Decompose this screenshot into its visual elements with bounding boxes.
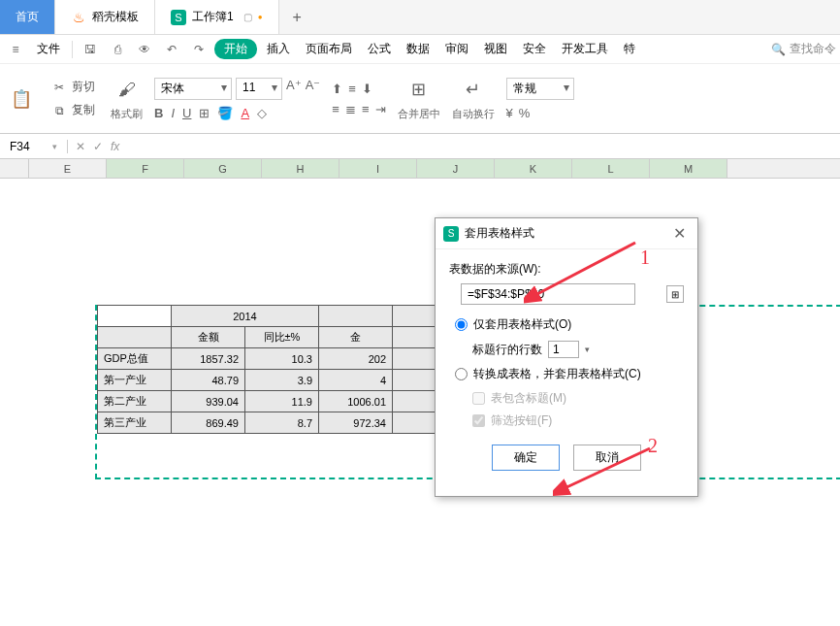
col-amt2: 金	[319, 327, 393, 348]
scissors-icon: ✂	[50, 79, 68, 96]
underline-button[interactable]: U	[182, 106, 191, 120]
menu-view[interactable]: 视图	[478, 41, 513, 57]
menu-security[interactable]: 安全	[517, 41, 552, 57]
table-style-dialog: S 套用表格样式 ✕ 表数据的来源(W): ⊞ 仅套用表格样式(O) 标题行的行…	[435, 217, 698, 497]
col-header[interactable]: H	[262, 159, 339, 178]
col-header[interactable]: G	[184, 159, 262, 178]
search-icon: 🔍	[771, 43, 786, 56]
cut-label: 剪切	[72, 79, 95, 95]
redo-icon[interactable]: ↷	[187, 38, 210, 61]
print-icon[interactable]: ⎙	[106, 38, 129, 61]
cell-reference-box[interactable]: F34	[0, 140, 68, 153]
menu-page-layout[interactable]: 页面布局	[300, 41, 358, 57]
include-header-row: 表包含标题(M)	[472, 390, 684, 407]
range-picker-icon[interactable]: ⊞	[666, 285, 684, 303]
save-icon[interactable]: 🖫	[79, 38, 102, 61]
tab-home[interactable]: 首页	[0, 0, 55, 34]
tab-indicator-icon: ▢	[243, 12, 252, 22]
menu-app-icon[interactable]: ≡	[4, 38, 27, 61]
ok-button[interactable]: 确定	[492, 445, 560, 471]
menu-dev-tools[interactable]: 开发工具	[556, 41, 614, 57]
title-rows-label: 标题行的行数	[472, 342, 542, 358]
tab-workbook-label: 工作簿1	[192, 9, 234, 25]
year-header: 2014	[172, 306, 319, 327]
menu-insert[interactable]: 插入	[261, 41, 296, 57]
close-icon[interactable]: ✕	[669, 224, 690, 243]
col-header[interactable]: L	[572, 159, 650, 178]
title-rows-input[interactable]	[548, 341, 579, 358]
chevron-down-icon[interactable]: ▾	[585, 345, 590, 354]
preview-icon[interactable]: 👁	[133, 38, 156, 61]
cancel-formula-icon[interactable]: ✕	[76, 140, 85, 153]
border-button[interactable]: ⊞	[199, 106, 210, 120]
tab-add-button[interactable]: +	[279, 9, 315, 26]
col-header[interactable]: F	[107, 159, 184, 178]
col-header[interactable]: J	[417, 159, 495, 178]
auto-wrap-group[interactable]: ↵ 自动换行	[452, 76, 495, 121]
col-header[interactable]: E	[29, 159, 107, 178]
menu-file[interactable]: 文件	[31, 41, 66, 57]
italic-button[interactable]: I	[171, 106, 175, 120]
col-header[interactable]: M	[650, 159, 727, 178]
fx-icon[interactable]: fx	[111, 140, 119, 153]
row-label: GDP总值	[98, 348, 172, 370]
fill-color-button[interactable]: 🪣	[217, 106, 233, 120]
divider	[72, 41, 73, 58]
increase-font-icon[interactable]: A⁺	[286, 78, 302, 100]
filter-button-checkbox	[472, 414, 485, 427]
toolbar: 📋 ✂ 剪切 ⧉ 复制 🖌 格式刷 宋体 11 A⁺ A⁻ B I U ⊞ 🪣 …	[0, 64, 840, 134]
option-convert-table[interactable]: 转换成表格，并套用表格样式(C)	[455, 366, 684, 382]
menu-formula[interactable]: 公式	[362, 41, 397, 57]
cut-button[interactable]: ✂ 剪切	[47, 77, 99, 98]
align-top-icon[interactable]: ⬆	[332, 82, 342, 96]
menu-start[interactable]: 开始	[214, 39, 257, 59]
align-center-icon[interactable]: ≣	[345, 102, 356, 116]
radio-convert-table[interactable]	[455, 368, 468, 380]
paste-icon[interactable]: 📋	[8, 85, 35, 113]
currency-icon[interactable]: ¥	[506, 106, 513, 120]
search-commands[interactable]: 🔍 查找命令	[771, 41, 836, 57]
align-bottom-icon[interactable]: ⬇	[362, 82, 372, 96]
search-label: 查找命令	[790, 41, 836, 57]
include-header-checkbox	[472, 392, 485, 405]
source-input[interactable]	[461, 283, 635, 305]
select-all-corner[interactable]	[0, 159, 29, 178]
cancel-button[interactable]: 取消	[573, 445, 641, 471]
source-label: 表数据的来源(W):	[449, 261, 684, 278]
font-name-select[interactable]: 宋体	[154, 78, 232, 100]
row-label: 第二产业	[98, 391, 172, 412]
filter-button-row: 筛选按钮(F)	[472, 412, 684, 429]
menu-special[interactable]: 特	[618, 41, 641, 57]
undo-icon[interactable]: ↶	[160, 38, 183, 61]
menu-data[interactable]: 数据	[401, 41, 436, 57]
copy-button[interactable]: ⧉ 复制	[47, 100, 99, 121]
watermark-text: 系统之家	[768, 587, 830, 608]
font-color-button[interactable]: A	[241, 106, 249, 120]
option-style-only[interactable]: 仅套用表格样式(O)	[455, 316, 684, 333]
align-right-icon[interactable]: ≡	[362, 102, 370, 116]
format-painter-label: 格式刷	[111, 107, 143, 121]
col-header[interactable]: I	[339, 159, 417, 178]
tab-template[interactable]: ♨ 稻壳模板	[55, 0, 155, 34]
radio-style-only[interactable]	[455, 318, 468, 331]
bold-button[interactable]: B	[154, 106, 163, 120]
align-left-icon[interactable]: ≡	[332, 102, 339, 116]
percent-icon[interactable]: %	[519, 106, 531, 120]
accept-formula-icon[interactable]: ✓	[93, 140, 103, 153]
reference-bar: F34 ✕ ✓ fx	[0, 134, 840, 159]
tab-bar: 首页 ♨ 稻壳模板 S 工作簿1 ▢ ● +	[0, 0, 840, 35]
font-size-select[interactable]: 11	[236, 78, 282, 100]
col-header[interactable]: K	[495, 159, 572, 178]
title-rows-row: 标题行的行数 ▾	[472, 341, 684, 358]
clear-format-button[interactable]: ◇	[257, 106, 267, 120]
format-painter-group[interactable]: 🖌 格式刷	[111, 76, 143, 121]
number-format-select[interactable]: 常规	[506, 78, 574, 100]
align-middle-icon[interactable]: ≡	[348, 82, 356, 96]
indent-icon[interactable]: ⇥	[375, 102, 386, 116]
decrease-font-icon[interactable]: A⁻	[306, 78, 321, 100]
menu-review[interactable]: 审阅	[439, 41, 474, 57]
tab-workbook[interactable]: S 工作簿1 ▢ ●	[155, 0, 279, 34]
filter-button-label: 筛选按钮(F)	[491, 412, 552, 429]
merge-center-group[interactable]: ⊞ 合并居中	[398, 76, 440, 121]
row-label: 第一产业	[98, 370, 172, 391]
